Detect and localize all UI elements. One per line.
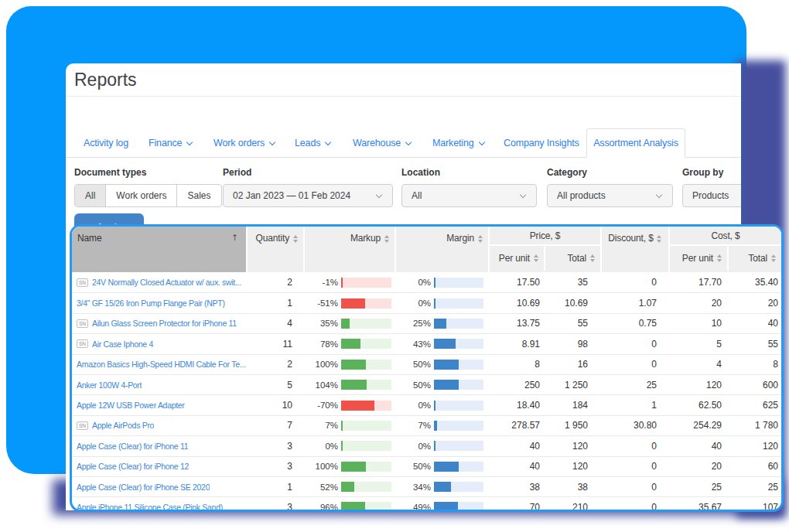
markup-bar xyxy=(341,462,391,472)
tab-leads[interactable]: Leads xyxy=(295,128,331,158)
margin-value: 7% xyxy=(418,421,431,430)
serial-badge: SN xyxy=(77,319,88,328)
price-per-unit-cell: 278.57 xyxy=(488,420,544,431)
document-type-sales[interactable]: Sales xyxy=(176,185,220,206)
price-per-unit-cell: 70 xyxy=(488,502,544,512)
margin-cell: 50% xyxy=(394,360,488,370)
product-link[interactable]: Apple 12W USB Power Adapter xyxy=(77,401,185,410)
tab-label: Activity log xyxy=(84,138,128,148)
product-name-cell: Apple 12W USB Power Adapter xyxy=(72,401,246,410)
period-value: 02 Jan 2023 — 01 Feb 2024 xyxy=(233,190,350,201)
quantity-cell: 5 xyxy=(246,380,303,390)
tab-marketing[interactable]: Marketing xyxy=(432,128,485,158)
product-link[interactable]: 3/4" GF 15/26 Iron Pump Flange Pair (NPT… xyxy=(77,298,225,308)
cost-per-unit-cell: 4 xyxy=(668,359,727,370)
product-link[interactable]: Apple Case (Clear) for iPhone SE 2020 xyxy=(77,483,210,492)
product-link[interactable]: Ailun Glass Screen Protector for iPhone … xyxy=(92,319,237,328)
column-header-markup[interactable]: Markup xyxy=(303,227,394,272)
markup-cell: 78% xyxy=(303,339,394,349)
discount-cell: 0.75 xyxy=(600,318,668,329)
product-link[interactable]: Anker 100W 4-Port xyxy=(77,380,142,390)
product-link[interactable]: Apple AirPods Pro xyxy=(92,421,154,430)
price-total-cell: 210 xyxy=(544,502,600,512)
markup-bar xyxy=(341,339,391,349)
product-link[interactable]: 24V Normally Closed Actuator w/ aux. swi… xyxy=(92,278,241,287)
price-per-unit-cell: 8.91 xyxy=(488,339,544,350)
discount-cell: 0 xyxy=(600,339,668,350)
price-total-cell: 120 xyxy=(544,461,600,472)
markup-cell: 52% xyxy=(303,482,394,492)
column-header-name[interactable]: Name ↑ xyxy=(72,227,246,272)
sort-ascending-icon: ↑ xyxy=(231,233,238,272)
product-link[interactable]: Apple Case (Clear) for iPhone 12 xyxy=(77,462,189,471)
table-row: Apple Case (Clear) for iPhone 123100%50%… xyxy=(72,456,781,476)
tab-activity-log[interactable]: Activity log xyxy=(84,128,128,158)
margin-cell: 0% xyxy=(394,401,488,411)
cost-total-cell: 55 xyxy=(727,339,781,350)
location-select[interactable]: All xyxy=(401,184,537,207)
category-value: All products xyxy=(557,190,606,201)
margin-bar xyxy=(434,462,483,472)
filter-period: Period 02 Jan 2023 — 01 Feb 2024 xyxy=(223,167,393,207)
page-title: Reports xyxy=(74,70,137,90)
column-header-quantity[interactable]: Quantity xyxy=(246,227,303,272)
column-header-cost-total[interactable]: Total xyxy=(727,246,781,271)
tab-label: Assortment Analysis xyxy=(593,138,678,148)
column-header-price-per-unit[interactable]: Per unit xyxy=(490,246,544,271)
margin-value: 34% xyxy=(413,483,431,492)
tab-finance[interactable]: Finance xyxy=(149,128,193,158)
category-select[interactable]: All products xyxy=(547,184,673,207)
tab-work-orders[interactable]: Work orders xyxy=(213,128,275,158)
product-link[interactable]: Apple Case (Clear) for iPhone 11 xyxy=(77,442,188,451)
cost-total-cell: 25 xyxy=(727,482,781,493)
discount-cell: 1 xyxy=(600,400,668,411)
tab-label: Work orders xyxy=(213,138,265,148)
column-header-cost-per-unit[interactable]: Per unit xyxy=(670,246,727,271)
sort-icon xyxy=(657,235,662,272)
group-by-value: Products xyxy=(692,190,729,201)
markup-cell: -1% xyxy=(303,278,394,288)
column-header-price-total[interactable]: Total xyxy=(544,246,600,271)
serial-badge: SN xyxy=(77,421,88,430)
quantity-cell: 1 xyxy=(246,298,303,309)
canvas: Reports Activity logFinanceWork ordersLe… xyxy=(0,0,789,532)
column-label: Markup xyxy=(350,233,381,272)
margin-bar xyxy=(434,421,483,431)
tab-company-insights[interactable]: Company Insights xyxy=(504,128,579,158)
document-types-segmented: AllWork ordersSales xyxy=(74,184,222,207)
table-header: Name ↑ Quantity Markup Margin Price, $ xyxy=(72,227,781,272)
tab-assortment-analysis[interactable]: Assortment Analysis xyxy=(586,128,685,158)
discount-cell: 25 xyxy=(600,380,668,390)
product-link[interactable]: Amazon Basics High-Speed HDMI Cable For … xyxy=(77,360,246,369)
discount-cell: 30.80 xyxy=(600,420,668,431)
product-link[interactable]: Apple iPhone 11 Silicone Case (Pink Sand… xyxy=(77,503,223,512)
margin-value: 50% xyxy=(413,380,431,390)
chevron-down-icon xyxy=(657,193,663,199)
table-row: Apple iPhone 11 Silicone Case (Pink Sand… xyxy=(72,496,781,512)
product-name-cell: SNAilun Glass Screen Protector for iPhon… xyxy=(72,319,246,328)
chevron-down-icon xyxy=(377,193,383,199)
group-by-select[interactable]: Products xyxy=(682,184,741,207)
margin-cell: 49% xyxy=(394,502,488,512)
filter-label: Category xyxy=(547,167,673,179)
margin-cell: 50% xyxy=(394,462,488,472)
document-type-work-orders[interactable]: Work orders xyxy=(105,185,176,206)
markup-value: 104% xyxy=(316,380,338,390)
column-header-margin[interactable]: Margin xyxy=(394,227,488,272)
filter-group-by: Group by Products xyxy=(682,167,741,207)
cost-total-cell: 20 xyxy=(727,298,781,309)
column-header-cost[interactable]: Cost, $ xyxy=(670,227,781,246)
chevron-down-icon xyxy=(270,139,275,145)
document-type-all[interactable]: All xyxy=(75,185,105,206)
product-link[interactable]: Air Case Iphone 4 xyxy=(92,339,153,349)
markup-bar xyxy=(341,401,391,411)
column-header-price[interactable]: Price, $ xyxy=(490,227,600,246)
price-per-unit-cell: 40 xyxy=(488,461,544,472)
period-select[interactable]: 02 Jan 2023 — 01 Feb 2024 xyxy=(223,184,393,207)
column-group-cost: Cost, $ Per unit Total xyxy=(668,227,781,272)
column-header-discount[interactable]: Discount, $ xyxy=(600,227,668,272)
margin-cell: 25% xyxy=(394,319,488,329)
quantity-cell: 4 xyxy=(246,318,303,329)
margin-cell: 0% xyxy=(394,278,488,288)
tab-warehouse[interactable]: Warehouse xyxy=(353,128,412,158)
